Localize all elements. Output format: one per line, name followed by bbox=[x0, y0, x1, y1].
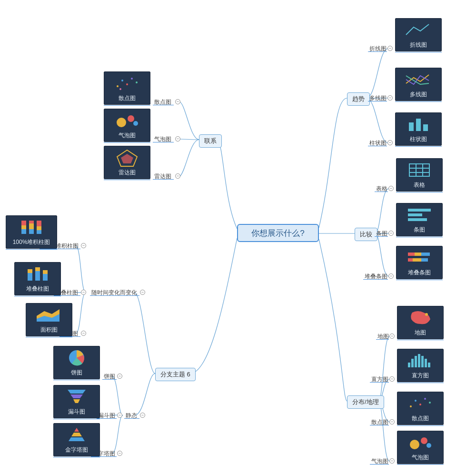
node-distribution[interactable]: 分布/地理 bbox=[347, 395, 384, 409]
map-icon bbox=[397, 306, 443, 329]
collapse-icon[interactable]: − bbox=[140, 413, 145, 418]
collapse-icon[interactable]: − bbox=[81, 331, 86, 336]
table-icon bbox=[397, 159, 442, 181]
svg-rect-47 bbox=[29, 221, 34, 223]
card-line[interactable]: 折线图 bbox=[395, 18, 442, 51]
center-label: 你想展示什么? bbox=[251, 228, 304, 239]
collapse-icon[interactable]: − bbox=[140, 290, 145, 295]
svg-point-41 bbox=[410, 440, 419, 449]
svg-rect-53 bbox=[28, 273, 32, 281]
svg-rect-49 bbox=[29, 229, 34, 234]
node-sub6[interactable]: 分支主题 6 bbox=[155, 368, 196, 381]
svg-rect-13 bbox=[423, 124, 428, 131]
collapse-icon[interactable]: − bbox=[117, 374, 122, 379]
collapse-icon[interactable]: − bbox=[389, 458, 395, 464]
svg-rect-30 bbox=[411, 359, 414, 367]
svg-rect-29 bbox=[408, 363, 410, 367]
histogram-icon bbox=[397, 349, 443, 372]
svg-rect-46 bbox=[21, 229, 26, 234]
card-radar[interactable]: 雷达图 bbox=[104, 146, 150, 179]
collapse-icon[interactable]: − bbox=[175, 136, 180, 142]
svg-rect-11 bbox=[409, 122, 414, 131]
svg-marker-67 bbox=[69, 437, 85, 441]
card-scatter2[interactable]: 散点图 bbox=[397, 392, 444, 425]
card-stack100[interactable]: 100%堆积柱图 bbox=[6, 215, 57, 249]
hbar-icon bbox=[397, 203, 442, 226]
card-table[interactable]: 表格 bbox=[396, 158, 443, 192]
svg-marker-65 bbox=[74, 428, 79, 432]
pie-icon bbox=[54, 346, 99, 369]
svg-rect-24 bbox=[421, 253, 430, 256]
svg-point-0 bbox=[117, 85, 119, 87]
card-histogram[interactable]: 直方图 bbox=[397, 349, 444, 382]
collapse-icon[interactable]: − bbox=[175, 173, 180, 179]
svg-rect-56 bbox=[35, 267, 40, 271]
svg-rect-52 bbox=[37, 230, 41, 234]
collapse-icon[interactable]: − bbox=[388, 186, 394, 191]
node-trend[interactable]: 趋势 bbox=[347, 92, 370, 106]
card-multiline[interactable]: 多线图 bbox=[395, 68, 442, 101]
svg-marker-66 bbox=[71, 433, 82, 436]
card-funnel[interactable]: 漏斗图 bbox=[53, 385, 100, 418]
collapse-icon[interactable]: − bbox=[389, 419, 395, 425]
svg-rect-33 bbox=[421, 356, 424, 367]
collapse-icon[interactable]: − bbox=[389, 376, 395, 382]
card-bar[interactable]: 柱状图 bbox=[395, 112, 442, 146]
card-pie[interactable]: 饼图 bbox=[53, 346, 100, 379]
card-map[interactable]: 地图 bbox=[397, 306, 444, 339]
collapse-icon[interactable]: − bbox=[175, 99, 180, 104]
svg-point-7 bbox=[128, 115, 134, 122]
card-hbar[interactable]: 条图 bbox=[396, 203, 443, 236]
collapse-icon[interactable]: − bbox=[388, 273, 394, 279]
card-bubble2[interactable]: 气泡图 bbox=[397, 431, 444, 464]
card-stackhbar[interactable]: 堆叠条图 bbox=[396, 246, 443, 279]
collapse-icon[interactable]: − bbox=[387, 140, 393, 145]
card-bubble[interactable]: 气泡图 bbox=[104, 109, 150, 142]
svg-rect-35 bbox=[428, 363, 430, 367]
collapse-icon[interactable]: − bbox=[389, 334, 395, 339]
svg-rect-55 bbox=[35, 271, 40, 281]
bubble-icon bbox=[397, 431, 443, 454]
stackhbar-icon bbox=[397, 246, 442, 269]
card-scatter[interactable]: 散点图 bbox=[104, 71, 150, 105]
svg-rect-58 bbox=[43, 270, 48, 274]
collapse-icon[interactable]: − bbox=[117, 451, 122, 456]
svg-rect-23 bbox=[415, 253, 421, 256]
svg-rect-31 bbox=[415, 356, 417, 367]
collapse-icon[interactable]: − bbox=[117, 413, 122, 418]
svg-rect-25 bbox=[408, 258, 413, 262]
center-node[interactable]: 你想展示什么? bbox=[237, 224, 319, 242]
svg-point-38 bbox=[419, 404, 421, 405]
scatter-icon bbox=[104, 72, 150, 94]
svg-point-3 bbox=[131, 78, 133, 80]
svg-rect-14 bbox=[409, 164, 429, 176]
svg-rect-34 bbox=[425, 359, 427, 367]
svg-rect-44 bbox=[21, 221, 26, 225]
svg-rect-32 bbox=[418, 354, 420, 367]
svg-marker-63 bbox=[70, 394, 83, 398]
svg-rect-50 bbox=[37, 221, 41, 226]
stack100-icon bbox=[6, 216, 57, 238]
scatter-icon bbox=[397, 392, 443, 414]
svg-point-42 bbox=[421, 437, 427, 444]
card-pyramid[interactable]: 金字塔图 bbox=[53, 423, 100, 456]
collapse-icon[interactable]: − bbox=[81, 243, 86, 248]
node-relation[interactable]: 联系 bbox=[199, 134, 222, 148]
svg-marker-62 bbox=[68, 390, 86, 394]
pyramid-icon bbox=[54, 424, 99, 446]
node-compare[interactable]: 比较 bbox=[355, 228, 377, 241]
svg-point-1 bbox=[121, 80, 123, 81]
collapse-icon[interactable]: − bbox=[387, 95, 393, 101]
svg-point-4 bbox=[136, 81, 138, 83]
svg-point-39 bbox=[424, 398, 426, 400]
svg-rect-54 bbox=[28, 269, 32, 273]
collapse-icon[interactable]: − bbox=[81, 290, 86, 295]
card-area[interactable]: 面积图 bbox=[26, 303, 72, 336]
svg-marker-64 bbox=[73, 399, 80, 403]
svg-point-6 bbox=[117, 118, 126, 127]
collapse-icon[interactable]: − bbox=[387, 46, 393, 51]
svg-point-37 bbox=[415, 400, 416, 402]
bar-icon bbox=[396, 113, 441, 135]
collapse-icon[interactable]: − bbox=[388, 231, 394, 236]
card-stackbar[interactable]: 堆叠柱图 bbox=[14, 262, 61, 295]
